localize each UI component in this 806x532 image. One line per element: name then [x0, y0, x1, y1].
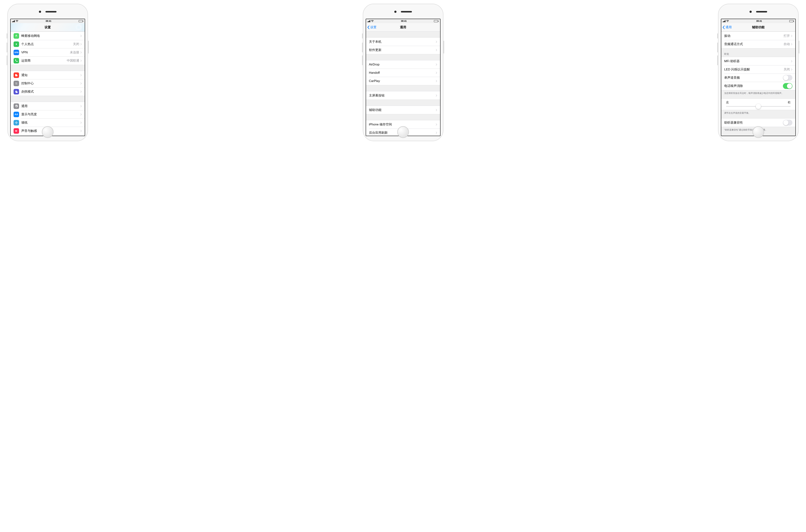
label: 墙纸 [21, 120, 80, 125]
phone-sensors [394, 11, 412, 13]
control-center-icon [14, 81, 19, 86]
row-call-audio[interactable]: 音频通话方式自动 [721, 40, 795, 48]
row-general[interactable]: 通用 [11, 102, 85, 110]
chevron-right-icon [436, 63, 437, 66]
label: VPN [21, 51, 70, 54]
chevron-right-icon [436, 80, 437, 82]
toggle-hac[interactable] [783, 120, 792, 126]
phone-sensors [749, 11, 767, 13]
label: CarPlay [369, 79, 436, 83]
label: 后台应用刷新 [369, 131, 436, 135]
row-hotspot[interactable]: 个人热点 关闭 [11, 40, 85, 48]
row-cellular[interactable]: 蜂窝移动网络 [11, 32, 85, 40]
page-title: 辅助功能 [752, 25, 765, 29]
row-control-center[interactable]: 控制中心 [11, 79, 85, 88]
signal-icon [723, 20, 726, 22]
settings-list[interactable]: 蜂窝移动网络 个人热点 关闭 VPN VPN 未连接 运营商 [11, 32, 85, 136]
chevron-right-icon [80, 121, 82, 124]
row-wallpaper[interactable]: 墙纸 [11, 118, 85, 127]
row-home-button[interactable]: 主屏幕按钮 [366, 91, 440, 99]
chevron-right-icon [436, 94, 437, 97]
chevron-left-icon [367, 25, 370, 29]
balance-slider[interactable] [726, 106, 791, 107]
row-bg-refresh[interactable]: 后台应用刷新 [366, 129, 440, 136]
label: 声音与触感 [21, 129, 80, 133]
row-siri[interactable]: Siri 与搜索 [11, 135, 85, 136]
page-title: 通用 [400, 25, 406, 29]
svg-point-9 [15, 122, 16, 123]
row-storage[interactable]: iPhone 储存空间 [366, 120, 440, 129]
row-about[interactable]: 关于本机 [366, 38, 440, 46]
wifi-icon [726, 20, 729, 22]
footer-hac: “助听器兼容性”通过助听手段改进音频质量。 [721, 127, 795, 132]
value: 自动 [784, 42, 790, 46]
status-time: 09:41 [46, 20, 51, 22]
vpn-icon: VPN [14, 50, 19, 55]
row-hac[interactable]: 助听器兼容性 [721, 118, 795, 127]
chevron-right-icon [80, 90, 82, 93]
value: 中国联通 [67, 58, 79, 63]
value: 关闭 [784, 67, 790, 72]
display-icon: AA [14, 112, 19, 117]
label: 通用 [21, 104, 80, 108]
row-display[interactable]: AA 显示与亮度 [11, 110, 85, 118]
accessibility-list[interactable]: 振动打开 音频通话方式自动 听觉 MFi 助听器 LED 闪烁以示提醒关闭 单声… [721, 32, 795, 136]
row-vpn[interactable]: VPN VPN 未连接 [11, 48, 85, 56]
chevron-right-icon [80, 105, 82, 108]
gear-icon [14, 103, 19, 109]
toggle-mono-audio[interactable] [783, 75, 792, 81]
chevron-right-icon [791, 43, 792, 45]
wifi-icon [371, 20, 374, 22]
row-notifications[interactable]: 通知 [11, 71, 85, 79]
row-vibration[interactable]: 振动打开 [721, 32, 795, 40]
value: 未连接 [70, 50, 79, 55]
row-dnd[interactable]: 勿扰模式 [11, 88, 85, 96]
chevron-right-icon [436, 132, 437, 134]
status-bar: 09:41 [366, 19, 440, 23]
svg-point-10 [17, 122, 18, 123]
battery-icon [434, 20, 439, 22]
toggle-noise-cancel[interactable] [783, 83, 792, 89]
row-handoff[interactable]: Handoff [366, 69, 440, 77]
label: MFi 助听器 [724, 59, 791, 63]
general-list[interactable]: 关于本机 软件更新 AirDrop Handoff CarPlay 主屏幕按钮 … [366, 32, 440, 136]
chevron-right-icon [436, 49, 437, 51]
status-time: 09:41 [756, 20, 762, 22]
battery-icon [789, 20, 794, 22]
screen-accessibility: 09:41 通用 辅助功能 振动打开 音频通话方式自动 听觉 MFi 助听器 L… [721, 19, 796, 136]
battery-icon [79, 20, 83, 22]
back-button[interactable]: 通用 [722, 23, 732, 31]
row-led-flash[interactable]: LED 闪烁以示提醒关闭 [721, 65, 795, 74]
row-noise-cancel[interactable]: 电话噪声消除 [721, 82, 795, 90]
status-bar: 09:41 [11, 19, 85, 23]
row-carrier[interactable]: 运营商 中国联通 [11, 56, 85, 65]
svg-rect-3 [15, 83, 17, 83]
row-airdrop[interactable]: AirDrop [366, 60, 440, 69]
wifi-icon [16, 20, 18, 22]
back-button[interactable]: 设置 [367, 23, 377, 31]
label: 软件更新 [369, 48, 436, 52]
wallpaper-icon [14, 120, 19, 126]
notifications-icon [14, 72, 19, 78]
svg-point-7 [16, 121, 17, 122]
footer-noise: 当您将听筒放在耳边时，噪声消除将减少电话中的环境噪声。 [721, 90, 795, 96]
phone-sensors [39, 11, 57, 13]
chevron-right-icon [80, 82, 82, 85]
row-sounds[interactable]: 声音与触感 [11, 127, 85, 135]
slider-knob[interactable] [756, 104, 761, 109]
screen-settings: 09:41 设置 蜂窝移动网络 个人热点 关闭 [10, 19, 85, 136]
back-label: 通用 [726, 25, 732, 29]
svg-point-8 [16, 123, 17, 124]
chevron-right-icon [80, 130, 82, 132]
chevron-right-icon [80, 59, 82, 62]
speaker-icon [14, 128, 19, 134]
row-software-update[interactable]: 软件更新 [366, 46, 440, 54]
row-mfi[interactable]: MFi 助听器 [721, 57, 795, 65]
row-mono-audio[interactable]: 单声道音频 [721, 74, 795, 82]
svg-rect-5 [15, 84, 17, 84]
chevron-right-icon [80, 43, 82, 45]
row-accessibility[interactable]: 辅助功能 [366, 106, 440, 114]
row-carplay[interactable]: CarPlay [366, 77, 440, 85]
label: 勿扰模式 [21, 90, 80, 94]
section-header-hearing: 听觉 [721, 51, 795, 57]
